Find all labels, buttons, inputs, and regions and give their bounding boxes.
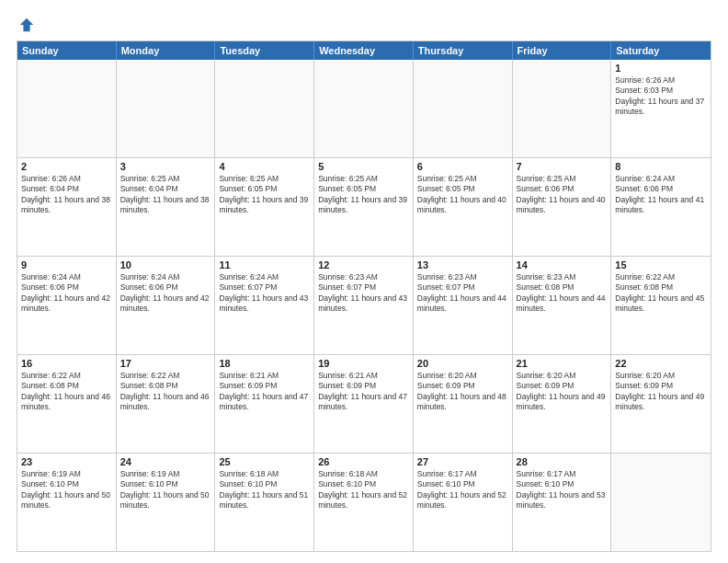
cell-day-number: 1 — [615, 63, 707, 74]
cell-day-number: 26 — [318, 456, 409, 467]
cal-cell: 12Sunrise: 6:23 AM Sunset: 6:07 PM Dayli… — [314, 257, 414, 354]
cell-day-number: 11 — [219, 259, 310, 270]
header-cell-monday: Monday — [117, 41, 216, 60]
cell-info: Sunrise: 6:25 AM Sunset: 6:06 PM Dayligh… — [517, 174, 608, 216]
cal-cell: 27Sunrise: 6:17 AM Sunset: 6:10 PM Dayli… — [414, 454, 513, 551]
header-cell-friday: Friday — [513, 41, 612, 60]
cal-cell: 16Sunrise: 6:22 AM Sunset: 6:08 PM Dayli… — [17, 355, 117, 453]
cell-info: Sunrise: 6:21 AM Sunset: 6:09 PM Dayligh… — [318, 371, 409, 413]
cell-day-number: 6 — [417, 161, 508, 172]
cal-cell: 28Sunrise: 6:17 AM Sunset: 6:10 PM Dayli… — [513, 454, 612, 551]
cell-day-number: 4 — [219, 161, 310, 172]
cal-cell — [414, 60, 513, 157]
cal-cell: 2Sunrise: 6:26 AM Sunset: 6:04 PM Daylig… — [17, 158, 117, 256]
svg-marker-0 — [20, 18, 33, 31]
cell-day-number: 21 — [517, 358, 608, 369]
cell-info: Sunrise: 6:25 AM Sunset: 6:05 PM Dayligh… — [417, 174, 508, 216]
cal-cell — [513, 60, 612, 157]
cell-day-number: 27 — [417, 456, 508, 467]
cell-info: Sunrise: 6:21 AM Sunset: 6:09 PM Dayligh… — [219, 371, 310, 413]
cell-info: Sunrise: 6:22 AM Sunset: 6:08 PM Dayligh… — [615, 272, 707, 315]
calendar-header-row: SundayMondayTuesdayWednesdayThursdayFrid… — [17, 41, 711, 60]
cell-day-number: 16 — [21, 358, 112, 369]
cell-day-number: 13 — [417, 259, 508, 270]
cell-day-number: 28 — [517, 456, 608, 467]
cell-info: Sunrise: 6:25 AM Sunset: 6:04 PM Dayligh… — [120, 174, 211, 216]
cal-cell — [314, 60, 414, 157]
cal-cell — [117, 60, 216, 157]
week-row-1: 1Sunrise: 6:26 AM Sunset: 6:03 PM Daylig… — [17, 60, 711, 157]
cal-cell: 9Sunrise: 6:24 AM Sunset: 6:06 PM Daylig… — [17, 257, 117, 354]
logo-icon — [18, 17, 35, 33]
cell-day-number: 19 — [318, 358, 409, 369]
cell-info: Sunrise: 6:20 AM Sunset: 6:09 PM Dayligh… — [517, 371, 608, 413]
cell-day-number: 2 — [21, 161, 112, 172]
week-row-2: 2Sunrise: 6:26 AM Sunset: 6:04 PM Daylig… — [17, 157, 711, 256]
cell-day-number: 10 — [120, 259, 211, 270]
cell-info: Sunrise: 6:26 AM Sunset: 6:03 PM Dayligh… — [615, 75, 707, 118]
cal-cell: 6Sunrise: 6:25 AM Sunset: 6:05 PM Daylig… — [414, 158, 513, 256]
cell-info: Sunrise: 6:17 AM Sunset: 6:10 PM Dayligh… — [517, 469, 608, 511]
week-row-3: 9Sunrise: 6:24 AM Sunset: 6:06 PM Daylig… — [17, 256, 711, 354]
cal-cell: 10Sunrise: 6:24 AM Sunset: 6:06 PM Dayli… — [117, 257, 216, 354]
cal-cell — [611, 454, 711, 551]
week-row-4: 16Sunrise: 6:22 AM Sunset: 6:08 PM Dayli… — [17, 354, 711, 453]
cell-info: Sunrise: 6:24 AM Sunset: 6:06 PM Dayligh… — [615, 174, 707, 216]
cal-cell: 19Sunrise: 6:21 AM Sunset: 6:09 PM Dayli… — [314, 355, 414, 453]
cell-info: Sunrise: 6:26 AM Sunset: 6:04 PM Dayligh… — [21, 174, 112, 216]
cell-day-number: 8 — [615, 161, 707, 172]
cell-info: Sunrise: 6:24 AM Sunset: 6:07 PM Dayligh… — [219, 272, 310, 315]
cell-info: Sunrise: 6:22 AM Sunset: 6:08 PM Dayligh… — [120, 371, 211, 413]
cell-info: Sunrise: 6:25 AM Sunset: 6:05 PM Dayligh… — [219, 174, 310, 216]
calendar: SundayMondayTuesdayWednesdayThursdayFrid… — [17, 40, 711, 552]
cell-info: Sunrise: 6:20 AM Sunset: 6:09 PM Dayligh… — [615, 371, 707, 413]
cal-cell: 3Sunrise: 6:25 AM Sunset: 6:04 PM Daylig… — [117, 158, 216, 256]
logo — [17, 17, 35, 33]
cal-cell: 11Sunrise: 6:24 AM Sunset: 6:07 PM Dayli… — [215, 257, 314, 354]
cell-day-number: 14 — [517, 259, 608, 270]
cal-cell: 1Sunrise: 6:26 AM Sunset: 6:03 PM Daylig… — [611, 60, 711, 157]
cell-day-number: 12 — [318, 259, 409, 270]
cell-day-number: 24 — [120, 456, 211, 467]
cell-info: Sunrise: 6:23 AM Sunset: 6:07 PM Dayligh… — [417, 272, 508, 315]
cal-cell: 21Sunrise: 6:20 AM Sunset: 6:09 PM Dayli… — [513, 355, 612, 453]
page: SundayMondayTuesdayWednesdayThursdayFrid… — [0, 0, 728, 563]
cell-info: Sunrise: 6:24 AM Sunset: 6:06 PM Dayligh… — [21, 272, 112, 315]
cal-cell: 15Sunrise: 6:22 AM Sunset: 6:08 PM Dayli… — [611, 257, 711, 354]
calendar-body: 1Sunrise: 6:26 AM Sunset: 6:03 PM Daylig… — [17, 60, 711, 551]
cell-info: Sunrise: 6:24 AM Sunset: 6:06 PM Dayligh… — [120, 272, 211, 315]
header-cell-sunday: Sunday — [17, 41, 117, 60]
cell-day-number: 15 — [615, 259, 707, 270]
header — [17, 17, 711, 33]
cal-cell: 8Sunrise: 6:24 AM Sunset: 6:06 PM Daylig… — [611, 158, 711, 256]
cal-cell: 23Sunrise: 6:19 AM Sunset: 6:10 PM Dayli… — [17, 454, 117, 551]
cell-day-number: 3 — [120, 161, 211, 172]
cell-info: Sunrise: 6:18 AM Sunset: 6:10 PM Dayligh… — [318, 469, 409, 511]
cell-info: Sunrise: 6:18 AM Sunset: 6:10 PM Dayligh… — [219, 469, 310, 511]
cal-cell: 22Sunrise: 6:20 AM Sunset: 6:09 PM Dayli… — [611, 355, 711, 453]
cal-cell: 25Sunrise: 6:18 AM Sunset: 6:10 PM Dayli… — [215, 454, 314, 551]
cell-day-number: 25 — [219, 456, 310, 467]
cell-info: Sunrise: 6:19 AM Sunset: 6:10 PM Dayligh… — [120, 469, 211, 511]
cal-cell: 26Sunrise: 6:18 AM Sunset: 6:10 PM Dayli… — [314, 454, 414, 551]
cal-cell: 24Sunrise: 6:19 AM Sunset: 6:10 PM Dayli… — [117, 454, 216, 551]
cell-day-number: 7 — [517, 161, 608, 172]
cal-cell: 18Sunrise: 6:21 AM Sunset: 6:09 PM Dayli… — [215, 355, 314, 453]
cal-cell: 4Sunrise: 6:25 AM Sunset: 6:05 PM Daylig… — [215, 158, 314, 256]
cal-cell: 17Sunrise: 6:22 AM Sunset: 6:08 PM Dayli… — [117, 355, 216, 453]
cell-info: Sunrise: 6:23 AM Sunset: 6:08 PM Dayligh… — [517, 272, 608, 315]
cell-info: Sunrise: 6:25 AM Sunset: 6:05 PM Dayligh… — [318, 174, 409, 216]
cal-cell: 5Sunrise: 6:25 AM Sunset: 6:05 PM Daylig… — [314, 158, 414, 256]
cell-info: Sunrise: 6:19 AM Sunset: 6:10 PM Dayligh… — [21, 469, 112, 511]
cal-cell: 20Sunrise: 6:20 AM Sunset: 6:09 PM Dayli… — [414, 355, 513, 453]
cell-day-number: 20 — [417, 358, 508, 369]
cell-info: Sunrise: 6:20 AM Sunset: 6:09 PM Dayligh… — [417, 371, 508, 413]
header-cell-saturday: Saturday — [611, 41, 711, 60]
cal-cell — [215, 60, 314, 157]
header-cell-wednesday: Wednesday — [314, 41, 414, 60]
cell-day-number: 5 — [318, 161, 409, 172]
cal-cell: 14Sunrise: 6:23 AM Sunset: 6:08 PM Dayli… — [513, 257, 612, 354]
cell-info: Sunrise: 6:22 AM Sunset: 6:08 PM Dayligh… — [21, 371, 112, 413]
cell-day-number: 22 — [615, 358, 707, 369]
cell-day-number: 17 — [120, 358, 211, 369]
